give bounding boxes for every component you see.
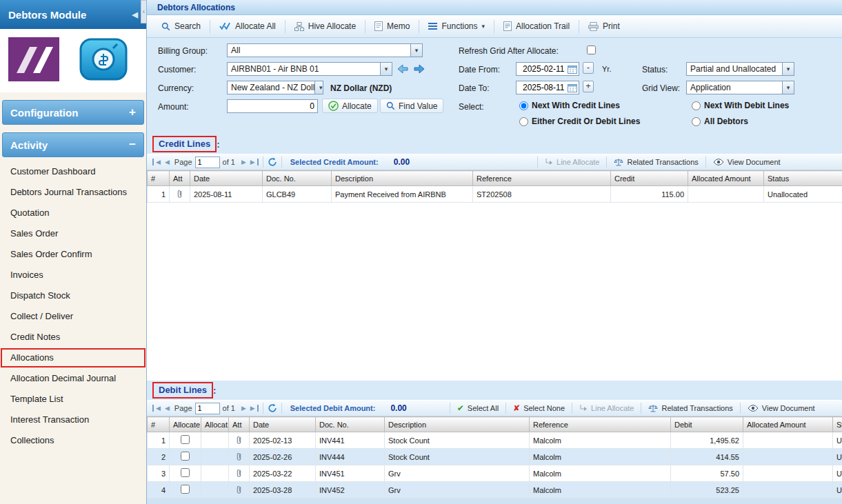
first-page-button[interactable]: ◀ — [152, 159, 163, 165]
previous-customer-button[interactable] — [395, 62, 410, 75]
allocate-checkbox[interactable] — [181, 452, 190, 461]
allocate-checkbox[interactable] — [181, 485, 190, 494]
sidebar-item-sales-order[interactable]: Sales Order — [0, 223, 146, 244]
dropdown-arrow-icon[interactable]: ▾ — [314, 81, 323, 94]
allocate-button[interactable]: Allocate — [322, 99, 378, 113]
col-doc-no[interactable]: Doc. No. — [316, 417, 385, 432]
attachment-cell[interactable] — [229, 449, 250, 465]
attachment-cell[interactable] — [229, 432, 250, 449]
allocate-checkbox-cell[interactable] — [170, 449, 201, 465]
sidebar-item-allocation-decimal-journal[interactable]: Allocation Decimal Journal — [0, 368, 146, 389]
collapse-icon[interactable]: − — [129, 138, 136, 152]
date-plus-button[interactable]: + — [583, 81, 594, 92]
attachment-cell[interactable] — [229, 465, 250, 482]
date-from-field[interactable] — [516, 62, 579, 76]
last-page-button[interactable]: ▶ — [248, 405, 259, 412]
sidebar-section-activity[interactable]: Activity − — [2, 132, 144, 157]
related-transactions-button[interactable]: Related Transactions — [611, 158, 701, 167]
calendar-icon[interactable] — [568, 65, 579, 74]
col-date[interactable]: Date — [190, 171, 263, 186]
refresh-grid-checkbox[interactable] — [587, 46, 596, 54]
previous-page-button[interactable]: ◀ — [163, 159, 172, 165]
debit-page-input[interactable] — [195, 403, 220, 414]
view-document-button[interactable]: View Document — [745, 404, 818, 412]
memo-button[interactable]: Memo — [368, 19, 416, 34]
next-page-button[interactable]: ▶ — [239, 159, 248, 165]
col-attachment[interactable]: Att — [229, 417, 250, 432]
sidebar-section-configuration[interactable]: Configuration + — [2, 100, 144, 125]
radio-next-with-credit-lines[interactable]: Next With Credit Lines — [519, 101, 620, 110]
radio-input[interactable] — [519, 117, 528, 126]
date-minus-button[interactable]: - — [583, 62, 594, 74]
sidebar-item-credit-notes[interactable]: Credit Notes — [0, 327, 146, 347]
first-page-button[interactable]: ◀ — [152, 405, 163, 412]
sidebar-item-debtors-journal-transactions[interactable]: Debtors Journal Transactions — [0, 182, 146, 203]
dropdown-arrow-icon[interactable]: ▾ — [410, 44, 422, 57]
col-credit[interactable]: Credit — [611, 171, 688, 186]
hive-allocate-button[interactable]: Hive Allocate — [288, 19, 362, 34]
sidebar-item-collections[interactable]: Collections — [0, 430, 146, 451]
allocate-checkbox[interactable] — [181, 435, 190, 444]
line-allocate-button[interactable]: Line Allocate — [577, 404, 636, 412]
next-customer-button[interactable] — [412, 62, 427, 75]
currency-dropdown[interactable]: New Zealand - NZ Doll ▾ — [227, 81, 323, 94]
date-to-input[interactable] — [520, 81, 568, 94]
col-number[interactable]: # — [148, 171, 170, 186]
allocate-checkbox-cell[interactable] — [170, 482, 201, 498]
radio-next-with-debit-lines[interactable]: Next With Debit Lines — [692, 101, 789, 110]
col-description[interactable]: Description — [332, 171, 473, 186]
debit-row[interactable]: 4 2025-03-28 INV452 Grv Malcolm 523.25 U… — [148, 482, 842, 498]
previous-page-button[interactable]: ◀ — [163, 405, 172, 412]
dropdown-arrow-icon[interactable]: ▾ — [380, 63, 392, 75]
attachment-cell[interactable] — [170, 186, 190, 203]
find-value-button[interactable]: Find Value — [380, 99, 443, 113]
attachment-cell[interactable] — [229, 482, 250, 498]
allocate-all-button[interactable]: Allocate All — [213, 19, 282, 34]
radio-all-debtors[interactable]: All Debtors — [692, 117, 748, 126]
print-button[interactable]: Print — [582, 19, 626, 34]
line-allocate-button[interactable]: Line Allocate — [542, 158, 602, 166]
sidebar-item-collect-deliver[interactable]: Collect / Deliver — [0, 306, 146, 327]
col-status[interactable]: Status — [833, 417, 842, 432]
amount-input[interactable] — [231, 100, 317, 112]
col-allocated-amount[interactable]: Allocated Amount — [688, 171, 764, 186]
select-all-button[interactable]: ✔ Select All — [454, 403, 501, 413]
refresh-button[interactable] — [268, 403, 277, 413]
sidebar-item-invoices[interactable]: Invoices — [0, 265, 146, 285]
grid-view-dropdown[interactable]: Application ▾ — [686, 81, 794, 94]
col-reference[interactable]: Reference — [473, 171, 611, 186]
refresh-button[interactable] — [268, 157, 277, 167]
col-date[interactable]: Date — [250, 417, 316, 432]
sidebar-item-sales-order-confirm[interactable]: Sales Order Confirm — [0, 244, 146, 265]
radio-either-credit-or-debit-lines[interactable]: Either Credit Or Debit Lines — [519, 117, 640, 126]
sidebar-item-customer-dashboard[interactable]: Customer Dashboard — [0, 161, 146, 182]
sidebar-splitter-handle[interactable]: ‹ — [141, 0, 146, 23]
allocate-checkbox[interactable] — [181, 468, 190, 477]
sidebar-collapse-icon[interactable]: ◀ — [132, 10, 138, 19]
radio-input[interactable] — [692, 101, 701, 110]
allocate-checkbox-cell[interactable] — [170, 465, 201, 482]
col-description[interactable]: Description — [385, 417, 530, 432]
allocation-trail-button[interactable]: Allocation Trail — [497, 19, 576, 34]
amount-field[interactable] — [227, 99, 318, 113]
date-to-field[interactable] — [516, 81, 579, 94]
col-allocate[interactable]: Allocate — [170, 417, 201, 432]
col-number[interactable]: # — [148, 417, 170, 432]
col-status[interactable]: Status — [764, 171, 842, 186]
view-document-button[interactable]: View Document — [710, 158, 783, 166]
allocate-checkbox-cell[interactable] — [170, 432, 201, 449]
sidebar-item-template-list[interactable]: Template List — [0, 389, 146, 410]
debit-row[interactable]: 2 2025-02-26 INV444 Stock Count Malcolm … — [148, 449, 842, 465]
sidebar-item-quotation[interactable]: Quotation — [0, 203, 146, 223]
date-from-input[interactable] — [520, 63, 568, 75]
calendar-icon[interactable] — [568, 83, 579, 92]
search-button[interactable]: Search — [155, 19, 207, 34]
expand-icon[interactable]: + — [129, 105, 136, 119]
col-reference[interactable]: Reference — [530, 417, 671, 432]
dropdown-arrow-icon[interactable]: ▾ — [782, 81, 794, 94]
radio-input[interactable] — [692, 117, 701, 126]
sidebar-item-allocations[interactable]: Allocations — [0, 347, 146, 368]
related-transactions-button[interactable]: Related Transactions — [645, 404, 735, 413]
select-none-button[interactable]: ✘ Select None — [510, 403, 568, 413]
status-dropdown[interactable]: Partial and Unallocated ▾ — [686, 62, 794, 76]
